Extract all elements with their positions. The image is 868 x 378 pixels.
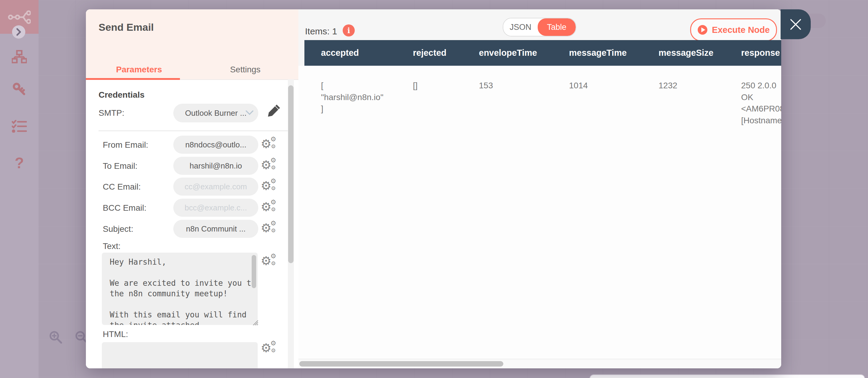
cell-messageSize: 1232 bbox=[642, 80, 724, 126]
gear-icon: ⚙ bbox=[270, 136, 276, 143]
execute-node-button[interactable]: Execute Node bbox=[690, 19, 777, 41]
node-title: Send Email bbox=[98, 22, 154, 33]
gear-icon: ⚙ bbox=[271, 207, 276, 212]
gear-icon: ⚙ bbox=[261, 201, 272, 213]
play-circle-icon bbox=[698, 25, 708, 35]
chevron-down-icon bbox=[246, 110, 253, 115]
text-textarea[interactable]: Hey Harshil, We are excited to invite yo… bbox=[102, 253, 258, 325]
node-header: Send Email Parameters Settings bbox=[86, 9, 299, 80]
to-email-label: To Email: bbox=[103, 161, 137, 171]
toast-partial bbox=[590, 374, 865, 378]
node-tabs: Parameters Settings bbox=[86, 60, 299, 79]
node-details-modal: Send Email Parameters Settings Credentia… bbox=[86, 9, 781, 368]
to-email-gears-icon[interactable]: ⚙⚙⚙ bbox=[261, 158, 278, 174]
from-email-gears-icon[interactable]: ⚙⚙⚙ bbox=[261, 137, 278, 153]
gear-icon: ⚙ bbox=[271, 144, 276, 149]
subject-field[interactable]: n8n Communit ... bbox=[173, 220, 258, 238]
bcc-email-label: BCC Email: bbox=[103, 203, 147, 213]
gear-icon: ⚙ bbox=[261, 342, 272, 354]
key-icon bbox=[12, 82, 27, 96]
bcc-email-placeholder: bcc@example.c... bbox=[184, 203, 247, 213]
column-response: response bbox=[724, 40, 781, 66]
to-email-field[interactable]: harshil@n8n.io bbox=[173, 157, 258, 175]
table-body: [ "harshil@n8n.io" ] [] 153 1014 1232 25… bbox=[299, 66, 781, 359]
info-icon[interactable]: i bbox=[343, 24, 355, 36]
tab-parameters[interactable]: Parameters bbox=[86, 60, 192, 79]
close-modal-button[interactable] bbox=[781, 9, 811, 39]
cc-email-field[interactable]: cc@example.com bbox=[173, 178, 258, 196]
sidebar-item-help: ? bbox=[0, 154, 38, 172]
gear-icon: ⚙ bbox=[261, 222, 272, 234]
smtp-credential-value: Outlook Burner ... bbox=[185, 108, 247, 118]
html-gears-icon[interactable]: ⚙⚙⚙ bbox=[261, 341, 278, 357]
gear-icon: ⚙ bbox=[270, 253, 276, 259]
horizontal-scrollbar-track[interactable] bbox=[299, 359, 781, 368]
subject-value: n8n Communit ... bbox=[186, 224, 246, 233]
to-email-value: harshil@n8n.io bbox=[190, 161, 242, 170]
sidebar-item-workflows bbox=[0, 50, 38, 63]
execute-node-label: Execute Node bbox=[712, 25, 770, 35]
gear-icon: ⚙ bbox=[270, 340, 276, 347]
column-envelopeTime: envelopeTime bbox=[462, 40, 553, 66]
column-rejected: rejected bbox=[396, 40, 462, 66]
cell-messageTime: 1014 bbox=[553, 80, 642, 126]
cc-email-gears-icon[interactable]: ⚙⚙⚙ bbox=[261, 179, 278, 195]
html-label: HTML: bbox=[103, 329, 128, 339]
text-gears-icon[interactable]: ⚙⚙⚙ bbox=[261, 254, 278, 270]
gear-icon: ⚙ bbox=[261, 180, 272, 192]
horizontal-scrollbar-thumb[interactable] bbox=[299, 361, 503, 367]
toggle-table[interactable]: Table bbox=[538, 19, 576, 36]
node-settings-panel: Send Email Parameters Settings Credentia… bbox=[86, 9, 299, 368]
node-output-panel: Items: 1 i JSON Table Execute Node accep… bbox=[299, 9, 781, 368]
resize-handle-icon[interactable] bbox=[252, 319, 258, 326]
smtp-label: SMTP: bbox=[98, 108, 124, 118]
question-mark-icon: ? bbox=[15, 154, 24, 172]
bcc-email-field[interactable]: bcc@example.c... bbox=[173, 199, 258, 217]
canvas-zoom-in-button bbox=[48, 330, 63, 346]
smtp-credential-select[interactable]: Outlook Burner ... bbox=[173, 104, 258, 122]
panel-scrollbar-thumb[interactable] bbox=[288, 85, 293, 263]
table-header: accepted rejected envelopeTime messageTi… bbox=[304, 40, 781, 66]
toggle-json[interactable]: JSON bbox=[503, 19, 538, 36]
subject-gears-icon[interactable]: ⚙⚙⚙ bbox=[261, 221, 278, 237]
gear-icon: ⚙ bbox=[271, 228, 276, 233]
workflow-sitemap-icon bbox=[12, 50, 27, 63]
cell-rejected: [] bbox=[396, 80, 462, 126]
sidebar-collapse-button bbox=[12, 25, 25, 39]
text-label: Text: bbox=[103, 242, 121, 251]
active-tab-underline bbox=[86, 78, 180, 80]
table-row: [ "harshil@n8n.io" ] [] 153 1014 1232 25… bbox=[304, 66, 781, 126]
column-accepted: accepted bbox=[304, 40, 396, 66]
html-textarea[interactable] bbox=[102, 342, 258, 368]
items-count: Items: 1 bbox=[305, 26, 337, 36]
bcc-email-gears-icon[interactable]: ⚙⚙⚙ bbox=[261, 200, 278, 216]
cell-accepted: [ "harshil@n8n.io" ] bbox=[304, 80, 396, 126]
chevron-right-icon bbox=[16, 28, 22, 36]
checklist-icon bbox=[12, 120, 27, 133]
gear-icon: ⚙ bbox=[270, 178, 276, 185]
sidebar-item-credentials bbox=[0, 82, 38, 96]
credentials-heading: Credentials bbox=[98, 90, 145, 100]
gear-icon: ⚙ bbox=[270, 157, 276, 164]
gear-icon: ⚙ bbox=[271, 261, 276, 266]
cc-email-label: CC Email: bbox=[103, 182, 141, 192]
from-email-field[interactable]: n8ndocs@outlo... bbox=[173, 136, 258, 154]
gear-icon: ⚙ bbox=[270, 220, 276, 227]
gear-icon: ⚙ bbox=[271, 348, 276, 353]
textarea-scrollbar-thumb[interactable] bbox=[252, 255, 256, 288]
section-divider bbox=[98, 130, 288, 131]
edit-credential-pencil-icon[interactable] bbox=[267, 104, 280, 118]
gear-icon: ⚙ bbox=[261, 255, 272, 267]
cell-response: 250 2.0.0 OK <AM6PR08MB5094ABE84261E4 [H… bbox=[724, 80, 781, 126]
n8n-logo-icon bbox=[8, 10, 31, 25]
app-sidebar: ? bbox=[0, 0, 38, 378]
sidebar-item-executions bbox=[0, 120, 38, 133]
column-messageSize: messageSize bbox=[642, 40, 724, 66]
tab-settings[interactable]: Settings bbox=[192, 60, 299, 79]
from-email-value: n8ndocs@outlo... bbox=[185, 140, 247, 150]
column-messageTime: messageTime bbox=[553, 40, 642, 66]
from-email-label: From Email: bbox=[103, 140, 148, 150]
canvas-background-pill bbox=[809, 13, 826, 28]
output-view-toggle: JSON Table bbox=[503, 18, 576, 36]
text-content: Hey Harshil, We are excited to invite yo… bbox=[110, 257, 256, 325]
